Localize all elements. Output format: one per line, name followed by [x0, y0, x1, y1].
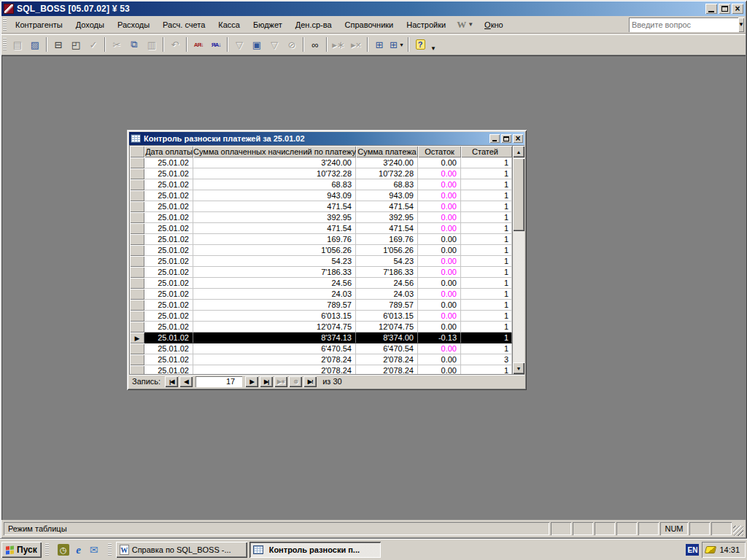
help-icon[interactable]: ? — [412, 36, 428, 52]
child-close-button[interactable]: × — [513, 134, 523, 143]
table-row[interactable]: 25.01.02789.57789.570.001 — [130, 300, 512, 311]
sort-descending-icon[interactable]: ЯА↓ — [208, 36, 224, 52]
table-row[interactable]: 25.01.026'013.156'013.150.001 — [130, 311, 512, 322]
table-row[interactable]: 25.01.02471.54471.540.001 — [130, 201, 512, 212]
table-row[interactable]: 25.01.0268.8368.830.001 — [130, 179, 512, 190]
column-header-1[interactable]: Дата оплаты — [144, 146, 193, 158]
record-number-input[interactable] — [196, 376, 242, 387]
row-selector[interactable] — [130, 234, 144, 245]
row-selector[interactable] — [130, 245, 144, 256]
table-row[interactable]: 25.01.0224.0324.030.001 — [130, 289, 512, 300]
row-selector[interactable] — [130, 365, 144, 374]
next-record-button[interactable]: ▶ — [245, 376, 258, 387]
table-row[interactable]: 25.01.021'056.261'056.260.001 — [130, 245, 512, 256]
row-selector[interactable] — [130, 179, 144, 190]
ask-question-input[interactable] — [629, 18, 738, 32]
taskbar-task-button[interactable]: WСправка по SQL_BOSS -... — [116, 542, 247, 558]
table-row[interactable]: 25.01.023'240.003'240.000.001 — [130, 158, 512, 168]
table-row[interactable]: ▶25.01.028'374.138'374.00-0.131 — [130, 332, 512, 343]
print-icon[interactable]: ⊟ — [50, 36, 66, 52]
toolbar-grip[interactable] — [3, 38, 7, 51]
child-minimize-button[interactable] — [489, 134, 500, 143]
find-icon[interactable]: ∞ — [307, 36, 323, 52]
table-row[interactable]: 25.01.0212'074.7512'074.750.001 — [130, 322, 512, 332]
file-search-icon[interactable]: ▨ — [27, 36, 43, 52]
menu-item-касса[interactable]: Касса — [212, 18, 247, 31]
chevron-down-icon[interactable]: ▼ — [738, 18, 744, 32]
column-header-3[interactable]: Сумма платежа — [356, 146, 418, 158]
column-header-2[interactable]: Сумма оплаченных начислений по платежу — [193, 146, 356, 158]
row-selector[interactable] — [130, 343, 144, 354]
maximize-button[interactable] — [719, 4, 730, 14]
row-selector[interactable] — [130, 223, 144, 234]
last-record-button[interactable]: ▶| — [260, 376, 273, 387]
row-selector[interactable]: ▶ — [130, 332, 144, 343]
row-selector[interactable] — [130, 311, 144, 322]
new-object-icon[interactable]: ⊞▼ — [389, 36, 405, 52]
menu-item-контрагенты[interactable]: Контрагенты — [9, 18, 69, 31]
row-selector[interactable] — [130, 158, 144, 168]
database-window-icon[interactable]: ⊞ — [371, 36, 387, 52]
filter-by-form-icon[interactable]: ▣ — [249, 36, 265, 52]
row-selector[interactable] — [130, 201, 144, 212]
menu-item-ден-ср-ва[interactable]: Ден.ср-ва — [289, 18, 338, 31]
scrollbar-thumb[interactable] — [513, 158, 525, 231]
show-desktop-icon[interactable]: ◷ — [58, 544, 69, 556]
row-selector[interactable] — [130, 168, 144, 179]
table-row[interactable]: 25.01.022'078.242'078.240.003 — [130, 354, 512, 365]
taskbar-task-button[interactable]: Контроль разноски п... — [249, 542, 381, 558]
outlook-express-icon[interactable]: ✉ — [88, 544, 100, 556]
row-selector[interactable] — [130, 322, 144, 332]
row-selector[interactable] — [130, 212, 144, 223]
menubar-grip[interactable] — [3, 18, 7, 31]
previous-record-button[interactable]: ◀ — [179, 376, 193, 387]
row-selector[interactable] — [130, 354, 144, 365]
menu-item-настройки[interactable]: Настройки — [400, 18, 452, 31]
table-row[interactable]: 25.01.02392.95392.950.001 — [130, 212, 512, 223]
table-row[interactable]: 25.01.027'186.337'186.330.001 — [130, 267, 512, 278]
table-row[interactable]: 25.01.02471.54471.540.001 — [130, 223, 512, 234]
print-preview-icon[interactable]: ◰ — [68, 36, 84, 52]
first-record-button[interactable]: |◀ — [165, 376, 178, 387]
menu-item-окно[interactable]: Окно — [478, 18, 510, 31]
menu-item-бюджет[interactable]: Бюджет — [247, 18, 289, 31]
row-selector[interactable] — [130, 256, 144, 267]
menu-item-расходы[interactable]: Расходы — [111, 18, 156, 31]
toolbar-overflow-icon[interactable]: ▼ — [430, 45, 436, 55]
menu-item-справочники[interactable]: Справочники — [338, 18, 400, 31]
table-row[interactable]: 25.01.02169.76169.760.001 — [130, 234, 512, 245]
menu-item-расч-счета[interactable]: Расч. счета — [156, 18, 212, 31]
close-button[interactable]: × — [732, 4, 743, 14]
table-row[interactable]: 25.01.02943.09943.090.001 — [130, 190, 512, 201]
tasks-grip[interactable] — [108, 543, 112, 556]
copy-icon[interactable]: ⧉ — [126, 36, 142, 52]
goto-record-button[interactable]: ▶! — [303, 376, 317, 387]
menu-item-доходы[interactable]: Доходы — [69, 18, 111, 31]
table-row[interactable]: 25.01.026'470.546'470.540.001 — [130, 343, 512, 354]
scroll-up-icon[interactable]: ▲ — [513, 146, 525, 158]
table-row[interactable]: 25.01.0210'732.2810'732.280.001 — [130, 168, 512, 179]
table-row[interactable]: 25.01.022'078.242'078.240.001 — [130, 365, 512, 374]
row-selector[interactable] — [130, 278, 144, 289]
language-indicator[interactable]: EN — [686, 544, 699, 556]
sort-ascending-icon[interactable]: АЯ↓ — [190, 36, 206, 52]
chevron-down-icon[interactable]: ▼ — [399, 42, 404, 47]
tray-keyboard-icon[interactable] — [705, 546, 716, 553]
word-menu-icon[interactable]: W▼ — [452, 19, 478, 31]
ask-question-combo[interactable]: ▼ — [629, 18, 743, 32]
column-header-4[interactable]: Остаток — [418, 146, 461, 158]
row-selector[interactable] — [130, 267, 144, 278]
resize-grip[interactable] — [733, 526, 743, 536]
internet-explorer-icon[interactable]: e — [73, 544, 85, 556]
table-row[interactable]: 25.01.0224.5624.560.001 — [130, 278, 512, 289]
table-row[interactable]: 25.01.0254.2354.230.001 — [130, 256, 512, 267]
child-maximize-button[interactable] — [501, 134, 511, 143]
row-selector[interactable] — [130, 289, 144, 300]
vertical-scrollbar[interactable]: ▲ ▼ — [512, 146, 525, 374]
row-selector[interactable] — [130, 300, 144, 311]
row-selector[interactable] — [130, 190, 144, 201]
quicklaunch-grip[interactable] — [45, 543, 49, 556]
start-button[interactable]: Пуск — [1, 542, 42, 558]
minimize-button[interactable] — [705, 4, 717, 14]
column-header-5[interactable]: Статей — [461, 146, 512, 158]
